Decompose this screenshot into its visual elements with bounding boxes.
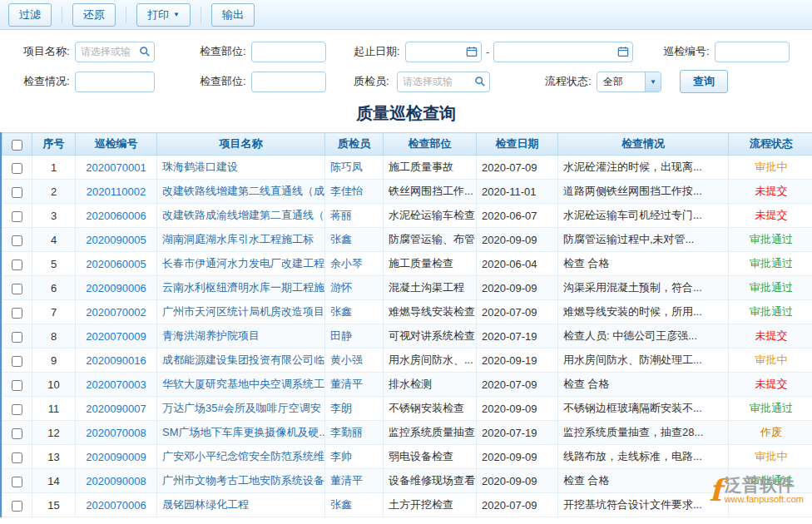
cell-code: 2020070008 bbox=[76, 421, 157, 445]
end-date-input[interactable] bbox=[493, 42, 633, 62]
patrol-code-link[interactable]: 2020070001 bbox=[86, 161, 146, 174]
cell-status: 审批通过 bbox=[729, 276, 812, 300]
calendar-icon[interactable] bbox=[466, 46, 478, 57]
patrol-code-link[interactable]: 2020070009 bbox=[86, 330, 146, 343]
cell-part: 施工质量事故 bbox=[384, 156, 477, 180]
table-row: 152020070006晟铭园林绿化工程张鑫土方开挖检查2020-07-09开挖… bbox=[2, 493, 812, 517]
cell-situation: 道路两侧铁丝网围挡工作按... bbox=[558, 180, 729, 204]
cell-project: 成都能源建设集团投资有限公司临 bbox=[157, 349, 325, 373]
patrol-code-link[interactable]: 2020070006 bbox=[86, 499, 146, 512]
inspection-situation-input[interactable] bbox=[75, 72, 155, 92]
inspection-situation-field: 检查情况: bbox=[23, 72, 200, 92]
cell-no: 7 bbox=[32, 300, 76, 324]
cell-project: 珠海鹤港口建设 bbox=[157, 156, 325, 180]
cell-code: 2020090006 bbox=[76, 276, 157, 300]
row-checkbox[interactable] bbox=[12, 284, 22, 294]
inspection-part-input-1[interactable] bbox=[251, 42, 326, 62]
cell-part: 不锈钢安装检查 bbox=[384, 397, 477, 421]
chevron-down-icon: ▼ bbox=[173, 12, 180, 18]
cell-status: 审批中 bbox=[729, 156, 812, 180]
select-all-checkbox[interactable] bbox=[12, 140, 22, 151]
row-checkbox[interactable] bbox=[12, 477, 22, 487]
patrol-code-link[interactable]: 2020070002 bbox=[86, 306, 146, 319]
cell-date: 2020-11-01 bbox=[477, 180, 558, 204]
cell-part: 水泥砼运输车检查 bbox=[384, 204, 477, 228]
cell-no: 5 bbox=[32, 252, 76, 276]
column-header-date: 检查日期 bbox=[477, 133, 558, 156]
cell-inspector: 张鑫 bbox=[325, 228, 384, 252]
cell-part: 监控系统质量抽查 bbox=[384, 421, 477, 445]
patrol-code-link[interactable]: 2020070003 bbox=[86, 378, 146, 391]
toolbar-separator bbox=[201, 7, 201, 23]
row-checkbox[interactable] bbox=[12, 428, 22, 439]
patrol-code-link[interactable]: 2020090009 bbox=[86, 451, 146, 463]
table-row: 42020090005湖南洞庭湖水库引水工程施工标张鑫防腐管运输、布管2020-… bbox=[2, 228, 812, 252]
patrol-code-link[interactable]: 2020060006 bbox=[86, 210, 146, 222]
export-button[interactable]: 输出 bbox=[211, 3, 255, 27]
cell-part: 用水房间防水、... bbox=[384, 349, 477, 373]
patrol-code-link[interactable]: 2020070008 bbox=[86, 427, 146, 439]
cell-part: 铁丝网围挡工作... bbox=[384, 180, 477, 204]
cell-project: 华软大厦研究基地中央空调系统工 bbox=[157, 373, 325, 397]
calendar-icon[interactable] bbox=[617, 46, 629, 57]
patrol-code-link[interactable]: 2020110002 bbox=[87, 185, 146, 198]
table-row: 22020110002改建铁路线增建第二线直通线（成李佳怡铁丝网围挡工作...2… bbox=[2, 180, 812, 204]
export-button-label: 输出 bbox=[222, 7, 244, 22]
patrol-code-link[interactable]: 2020060005 bbox=[86, 258, 146, 270]
patrol-code-link[interactable]: 2020090005 bbox=[86, 234, 146, 246]
row-checkbox[interactable] bbox=[12, 163, 22, 174]
row-checkbox[interactable] bbox=[12, 404, 22, 415]
filter-button[interactable]: 过滤 bbox=[8, 3, 52, 27]
cell-project: 万达广场35#会所及咖啡厅空调安 bbox=[157, 397, 325, 421]
row-checkbox[interactable] bbox=[12, 452, 22, 463]
cell-date: 2020-07-19 bbox=[477, 421, 558, 445]
cell-situation: 检查 合格 bbox=[558, 373, 729, 397]
patrol-code-link[interactable]: 2020090008 bbox=[86, 475, 146, 487]
print-button[interactable]: 打印 ▼ bbox=[136, 3, 191, 27]
cell-situation: 水泥砼灌注的时候，出现离... bbox=[558, 156, 729, 180]
patrol-code-link[interactable]: 2020090007 bbox=[86, 403, 146, 415]
page-title: 质量巡检查询 bbox=[0, 102, 812, 125]
row-checkbox[interactable] bbox=[12, 187, 22, 198]
patrol-code-link[interactable]: 2020090006 bbox=[86, 282, 146, 294]
flow-status-select[interactable]: 全部 ▼ bbox=[597, 72, 661, 92]
inspection-part-input-2[interactable] bbox=[251, 72, 326, 92]
search-icon[interactable] bbox=[474, 76, 486, 87]
row-checkbox[interactable] bbox=[12, 211, 22, 222]
cell-no: 13 bbox=[32, 445, 76, 469]
cell-date: 2020-06-04 bbox=[477, 252, 558, 276]
row-checkbox[interactable] bbox=[12, 235, 22, 246]
cell-status: 审批通过 bbox=[729, 252, 812, 276]
toolbar-separator bbox=[62, 7, 62, 23]
restore-button[interactable]: 还原 bbox=[72, 3, 116, 27]
cell-status: 审批通过 bbox=[729, 300, 812, 324]
row-checkbox[interactable] bbox=[12, 501, 22, 512]
cell-status: 未提交 bbox=[729, 324, 812, 349]
search-icon[interactable] bbox=[139, 46, 151, 57]
row-checkbox-cell bbox=[2, 252, 32, 276]
row-checkbox-cell bbox=[2, 276, 32, 300]
results-table-wrap: 序号巡检编号项目名称质检员检查部位检查日期检查情况流程状态 1202007000… bbox=[0, 132, 812, 517]
query-button[interactable]: 查询 bbox=[680, 70, 728, 93]
cell-inspector: 董清平 bbox=[325, 469, 384, 493]
cell-no: 11 bbox=[32, 397, 76, 421]
row-checkbox[interactable] bbox=[12, 356, 22, 367]
flow-status-value: 全部 bbox=[603, 75, 623, 89]
cell-inspector: 李佳怡 bbox=[325, 180, 384, 204]
table-row: 32020060006改建铁路成渝线增建第二直通线（蒋丽水泥砼运输车检查2020… bbox=[2, 204, 812, 228]
cell-inspector: 田静 bbox=[325, 324, 384, 349]
inspection-situation-label: 检查情况: bbox=[23, 74, 75, 89]
row-checkbox[interactable] bbox=[12, 260, 22, 270]
patrol-number-input[interactable] bbox=[715, 42, 790, 62]
row-checkbox[interactable] bbox=[12, 332, 22, 343]
cell-code: 2020070001 bbox=[76, 156, 157, 180]
table-row: 132020090009广安邓小平纪念馆安全防范系统维李帅弱电设备检查2020-… bbox=[2, 445, 812, 469]
cell-no: 6 bbox=[32, 276, 76, 300]
cell-status bbox=[729, 493, 812, 517]
row-checkbox[interactable] bbox=[12, 308, 22, 319]
row-checkbox[interactable] bbox=[12, 380, 22, 391]
cell-date: 2020-09-09 bbox=[477, 397, 558, 421]
table-body: 12020070001珠海鹤港口建设陈巧凤施工质量事故2020-07-09水泥砼… bbox=[2, 156, 812, 517]
cell-code: 2020110002 bbox=[76, 180, 157, 204]
patrol-code-link[interactable]: 2020090016 bbox=[86, 354, 146, 367]
